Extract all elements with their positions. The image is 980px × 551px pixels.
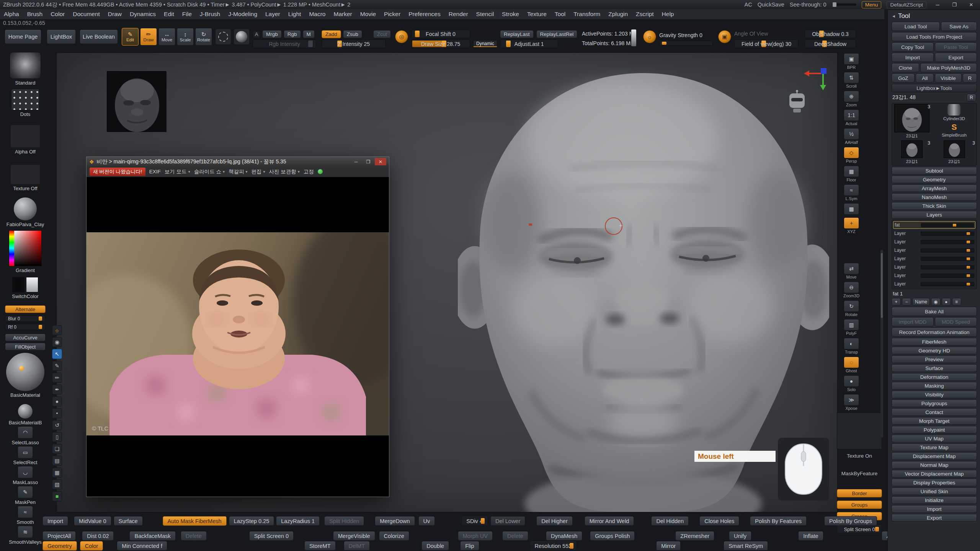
lightbox-button[interactable]: LightBox: [47, 29, 76, 44]
maximize-button[interactable]: ❐: [949, 2, 960, 8]
bottom-button[interactable]: Split Hidden: [324, 516, 364, 526]
tool-section-header[interactable]: Normal Map: [892, 461, 977, 469]
viewer-titlebar[interactable]: ❖ 비만 > main-qimg-93c3c8ffe6d5fa389f679ef…: [87, 157, 389, 166]
menu-item[interactable]: Alpha: [4, 11, 19, 18]
viewer-menu-item[interactable]: 책갈피▾: [229, 168, 248, 175]
tool-section-header[interactable]: NanoMesh: [892, 193, 977, 201]
move-button[interactable]: ↔Move: [158, 28, 175, 46]
quicksave-button[interactable]: QuickSave: [758, 2, 784, 8]
menu-item[interactable]: Render: [449, 11, 468, 18]
layer-intensity-slider[interactable]: [921, 274, 974, 278]
bottom-button[interactable]: Polish By Features: [750, 516, 807, 526]
current-tool-thumbnail[interactable]: 3 23강1: [893, 104, 931, 139]
m-button[interactable]: M: [303, 30, 315, 38]
quickbar-icon[interactable]: ●: [52, 396, 62, 406]
bottom-button[interactable]: Color: [80, 541, 103, 551]
bottom-button[interactable]: Double: [421, 541, 449, 551]
home-page-button[interactable]: Home Page: [5, 29, 41, 44]
zcut-button[interactable]: Zcut: [373, 30, 391, 38]
tool-section-header[interactable]: Display Properties: [892, 479, 977, 486]
clone-button[interactable]: Clone: [892, 63, 919, 72]
bottom-button[interactable]: DynaMesh: [546, 531, 582, 541]
viewer-menu-item[interactable]: 편집▾: [251, 168, 265, 175]
tool-section-header[interactable]: Polypaint: [892, 426, 977, 434]
texture-off-picker[interactable]: Texture Off: [0, 165, 51, 191]
quickbar-icon[interactable]: ◉: [52, 337, 62, 347]
viewer-minimize-button[interactable]: ─: [350, 158, 362, 165]
ac-indicator[interactable]: AC: [744, 2, 752, 8]
mdd-speed-button[interactable]: MDD Speed: [935, 317, 977, 326]
layer-row[interactable]: fat: [893, 221, 975, 229]
color-picker[interactable]: Gradient: [0, 230, 51, 273]
viewer-menu-item[interactable]: 사진 보관함▾: [269, 168, 300, 175]
minimize-button[interactable]: ─: [932, 2, 943, 8]
bottom-button[interactable]: BackfaceMask: [129, 531, 175, 541]
update-notice-button[interactable]: 새 버전이 나왔습니다!: [90, 168, 145, 176]
slider-knob[interactable]: [39, 316, 42, 321]
bottom-button[interactable]: MergeDown: [375, 516, 415, 526]
canvas-scrollbar[interactable]: [880, 250, 883, 437]
basic-material-b[interactable]: BasicMaterialB: [0, 404, 51, 425]
bottom-button[interactable]: Inflate: [798, 531, 823, 541]
default-zscript-button[interactable]: DefaultZScript: [887, 1, 926, 8]
tool-palette-header[interactable]: ◄ Tool: [892, 11, 977, 21]
menu-item[interactable]: Document: [73, 11, 100, 18]
draw-size-slider[interactable]: Draw Size 28.75: [411, 39, 470, 48]
layer-row[interactable]: Layer: [893, 246, 975, 254]
menu-item[interactable]: Draw: [108, 11, 122, 18]
tool-section-header[interactable]: UV Map: [892, 435, 977, 442]
bottom-button[interactable]: Auto Mask FiberMesh: [163, 516, 227, 526]
tool-section-header[interactable]: Import: [892, 505, 977, 513]
layer-knob[interactable]: [967, 232, 970, 235]
scrollbar-thumb[interactable]: [881, 253, 883, 318]
groups-button[interactable]: Groups: [837, 500, 882, 509]
tool-section-header[interactable]: Initialize: [892, 496, 977, 504]
quickbar-icon[interactable]: ✎: [52, 361, 62, 371]
quickbar-icon[interactable]: ✒: [52, 385, 62, 395]
secondary-color-swatch[interactable]: [26, 277, 38, 292]
layer-intensity-slider[interactable]: [921, 248, 974, 253]
bottom-button[interactable]: Split Screen 0: [249, 531, 294, 541]
layer-intensity-slider[interactable]: [921, 240, 974, 244]
tool-section-header[interactable]: Export: [892, 514, 977, 522]
quickbar-icon[interactable]: ↺: [52, 420, 62, 430]
tool-section-header[interactable]: Morph Target: [892, 417, 977, 425]
layer-row[interactable]: Layer: [893, 238, 975, 246]
layer-row[interactable]: Layer: [893, 230, 975, 237]
document-canvas[interactable]: ❖ 비만 > main-qimg-93c3c8ffe6d5fa389f679ef…: [56, 52, 838, 512]
stroke-type-picker[interactable]: Dots: [0, 89, 51, 117]
bottom-button[interactable]: Mirror And Weld: [585, 516, 634, 526]
switch-color[interactable]: SwitchColor: [0, 277, 51, 299]
viewer-menu-item[interactable]: 보기 모드▾: [165, 168, 190, 175]
bottom-button[interactable]: DelMT: [344, 541, 370, 551]
bottom-button[interactable]: Delete: [181, 531, 207, 541]
tool-section-header[interactable]: Polygroups: [892, 399, 977, 407]
texture-on-label[interactable]: Texture On: [837, 453, 882, 459]
menu-item[interactable]: Transform: [573, 11, 600, 18]
tool-section-header[interactable]: Texture Map: [892, 443, 977, 451]
tool-section-header[interactable]: FiberMesh: [892, 338, 977, 346]
layer-tool-button[interactable]: Name: [912, 298, 930, 306]
tool-section-header[interactable]: Masking: [892, 382, 977, 390]
goz-r-button[interactable]: R: [963, 73, 977, 83]
layer-tool-button[interactable]: +: [892, 298, 901, 306]
make-polymesh3d-button[interactable]: Make PolyMesh3D: [920, 63, 977, 72]
layer-tool-button[interactable]: ≡: [952, 298, 961, 306]
bottom-button[interactable]: Close Holes: [699, 516, 739, 526]
bottom-button[interactable]: LazyStep 0.25: [229, 516, 274, 526]
select-rect[interactable]: ▭SelectRect: [0, 446, 51, 465]
menu-item[interactable]: Texture: [527, 11, 547, 18]
menu-item[interactable]: Tool: [555, 11, 565, 18]
layer-row[interactable]: Layer: [893, 263, 975, 271]
rf-slider[interactable]: Rf 0: [5, 324, 46, 330]
copy-tool-button[interactable]: Copy Tool: [892, 42, 934, 52]
tool-section-header[interactable]: Preview: [892, 355, 977, 363]
layer-row[interactable]: Layer: [893, 272, 975, 279]
layer-row[interactable]: Layer: [893, 280, 975, 288]
alternate-button[interactable]: Alternate: [5, 305, 46, 313]
basic-material[interactable]: BasicMaterial: [0, 353, 51, 398]
tool-section-header[interactable]: Subtool: [892, 167, 977, 174]
bottom-button[interactable]: Min Connected f: [117, 541, 167, 551]
replay-last-button[interactable]: ReplayLast: [500, 30, 534, 38]
viewer-menu-item[interactable]: 슬라이드 쇼▾: [194, 168, 225, 175]
